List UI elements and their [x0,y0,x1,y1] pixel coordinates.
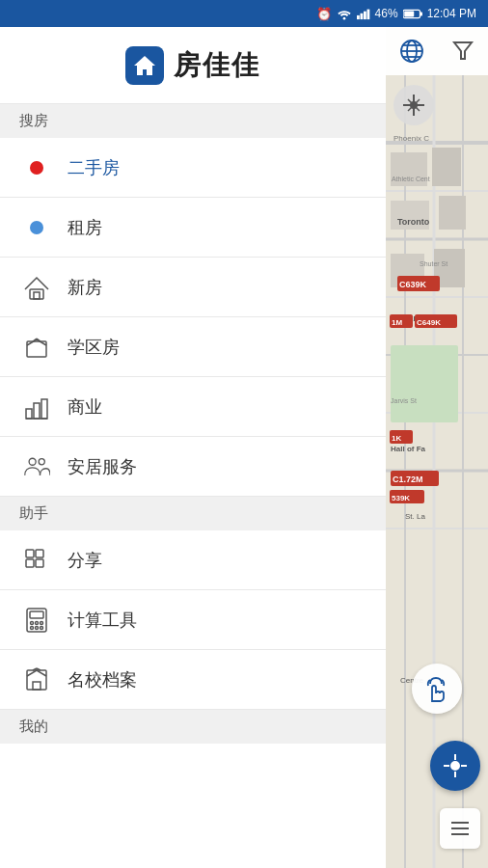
svg-text:C639K: C639K [399,280,427,289]
svg-text:St. La: St. La [405,512,425,521]
section-profile: 我的 [0,710,386,744]
menu-item-calculator[interactable]: 计算工具 [0,590,386,650]
share-icon-area [19,547,54,574]
svg-rect-31 [27,670,46,690]
battery-icon [403,9,422,19]
dot-red-icon [30,161,43,175]
school-file-label: 名校档案 [68,668,137,692]
new-house-icon-area [19,274,54,301]
svg-rect-2 [360,13,363,18]
svg-point-26 [36,621,39,624]
menu-item-share[interactable]: 分享 [0,530,386,590]
svg-rect-20 [36,550,43,557]
main-layout: 房佳佳 搜房 二手房 租房 [0,27,488,868]
new-house-label: 新房 [68,276,102,299]
svg-point-17 [29,458,36,465]
svg-rect-24 [30,611,43,618]
svg-point-27 [41,621,43,624]
svg-rect-47 [391,345,458,422]
svg-text:Toronto: Toronto [397,217,430,227]
menu-item-school-district[interactable]: 学区房 [0,317,386,377]
drawer: 房佳佳 搜房 二手房 租房 [0,27,386,868]
school-district-icon-area [19,334,54,361]
menu-item-second-hand[interactable]: 二手房 [0,138,386,198]
svg-point-29 [36,626,39,629]
logo-icon [125,46,164,85]
svg-point-86 [451,762,459,770]
svg-point-28 [31,626,34,629]
svg-text:Athletic Cent: Athletic Cent [392,176,430,182]
status-bar: ⏰ 46% 12:04 PM [0,0,488,27]
svg-text:Hall of Fa: Hall of Fa [391,445,426,453]
svg-text:C1.72M: C1.72M [393,475,423,484]
menu-item-settle-service[interactable]: 安居服务 [0,437,386,497]
grid-icon [23,547,50,574]
svg-rect-1 [357,14,360,18]
app-title: 房佳佳 [174,47,260,84]
svg-rect-13 [26,409,32,419]
status-icons: ⏰ 46% 12:04 PM [316,7,476,21]
svg-rect-49 [432,148,461,186]
battery-text: 46% [375,7,398,20]
globe-button[interactable] [393,32,431,70]
menu-list: 搜房 二手房 租房 [0,104,386,868]
second-hand-icon-area [19,161,54,175]
rental-icon-area [19,221,54,234]
svg-rect-34 [33,682,41,690]
house-logo-svg [131,52,158,79]
school-file-icon-area [19,666,54,693]
calculator-label: 计算工具 [68,609,137,632]
signal-icon [357,8,370,20]
svg-rect-3 [364,11,366,18]
svg-text:Phoenix C: Phoenix C [393,134,429,143]
svg-text:Jarvis St: Jarvis St [391,397,417,404]
section-tools: 助手 [0,497,386,530]
menu-item-commercial[interactable]: 商业 [0,377,386,437]
calculator-icon [23,607,50,634]
navigation-button[interactable] [393,85,434,125]
time-text: 12:04 PM [427,7,476,20]
svg-point-25 [31,621,34,624]
dot-blue-icon [30,221,43,234]
svg-text:1M: 1M [392,318,402,327]
settle-service-icon-area [19,453,54,480]
svg-rect-14 [34,403,40,419]
svg-rect-21 [26,559,34,567]
svg-text:Shuter St: Shuter St [420,260,447,267]
svg-rect-15 [41,399,47,419]
svg-rect-19 [26,550,34,557]
svg-text:539K: 539K [392,494,410,502]
section-search: 搜房 [0,104,386,138]
list-button[interactable] [440,808,480,849]
house-icon [23,274,50,301]
commercial-label: 商业 [68,395,102,419]
svg-text:C649K: C649K [417,318,441,327]
school-district-label: 学区房 [68,336,120,359]
svg-rect-51 [439,196,466,230]
svg-point-18 [39,458,44,464]
menu-item-school-file[interactable]: 名校档案 [0,650,386,710]
svg-rect-8 [30,289,43,299]
calculator-icon-area [19,607,54,634]
alarm-icon: ⏰ [316,7,332,21]
svg-rect-6 [420,12,422,15]
people-icon [23,453,50,480]
filter-button[interactable] [444,32,482,70]
box-icon [23,334,50,361]
commercial-icon-area [19,393,54,420]
svg-point-30 [41,626,43,629]
svg-rect-7 [404,11,414,16]
svg-rect-22 [36,559,43,567]
location-button[interactable] [430,741,480,791]
map-svg: Phoenix C Athletic Cent Toronto Shuter S… [386,27,488,868]
svg-point-0 [342,16,345,19]
svg-marker-80 [454,42,472,59]
svg-rect-9 [34,292,40,299]
svg-text:1K: 1K [392,434,401,443]
menu-item-rental[interactable]: 租房 [0,198,386,258]
menu-item-new-house[interactable]: 新房 [0,258,386,317]
wifi-icon [337,8,352,20]
gesture-button[interactable] [412,664,462,714]
svg-point-85 [411,102,417,108]
map-toolbar [386,27,488,75]
